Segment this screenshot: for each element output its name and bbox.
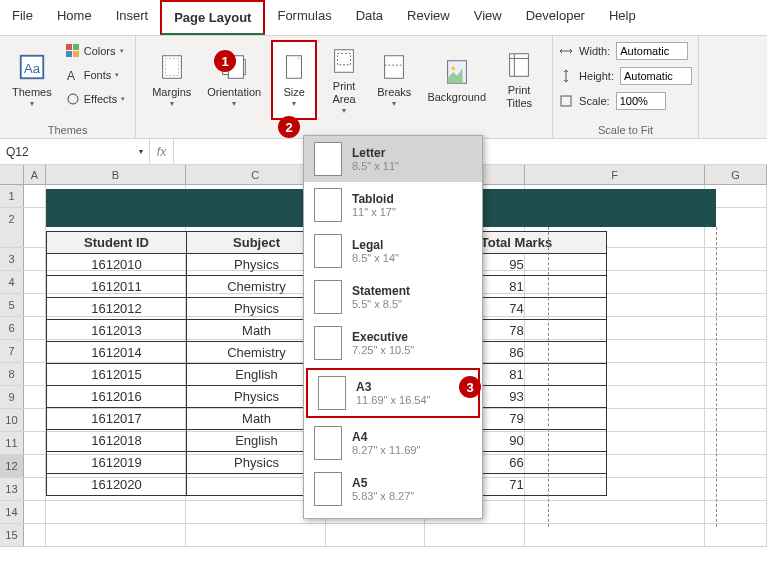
row-header[interactable]: 8 (0, 363, 24, 385)
cell[interactable] (186, 524, 326, 546)
row-header[interactable]: 2 (0, 208, 24, 247)
row-header[interactable]: 10 (0, 409, 24, 431)
cell[interactable] (705, 294, 767, 316)
cell[interactable] (24, 478, 46, 500)
size-option-tabloid[interactable]: Tabloid11" x 17" (304, 182, 482, 228)
cell[interactable] (46, 524, 186, 546)
tab-home[interactable]: Home (45, 0, 104, 35)
fx-icon[interactable]: fx (150, 139, 174, 164)
cell[interactable] (705, 432, 767, 454)
print-area-button[interactable]: PrintArea▾ (321, 40, 367, 120)
cell[interactable] (24, 501, 46, 523)
cell[interactable] (705, 524, 767, 546)
select-all[interactable] (0, 165, 24, 184)
row-header[interactable]: 15 (0, 524, 24, 546)
cell[interactable] (525, 501, 705, 523)
data-cell[interactable]: 1612018 (47, 430, 187, 452)
row-header[interactable]: 7 (0, 340, 24, 362)
data-cell[interactable]: 1612019 (47, 452, 187, 474)
row-header[interactable]: 11 (0, 432, 24, 454)
cell[interactable] (705, 501, 767, 523)
tab-page-layout[interactable]: Page Layout (160, 0, 265, 35)
cell[interactable] (705, 386, 767, 408)
size-option-statement[interactable]: Statement5.5" x 8.5" (304, 274, 482, 320)
colors-button[interactable]: Colors▾ (62, 40, 129, 62)
tab-view[interactable]: View (462, 0, 514, 35)
cell[interactable] (326, 524, 426, 546)
cell[interactable] (705, 455, 767, 477)
row-header[interactable]: 1 (0, 185, 24, 207)
size-option-a4[interactable]: A48.27" x 11.69" (304, 420, 482, 466)
size-option-executive[interactable]: Executive7.25" x 10.5" (304, 320, 482, 366)
cell[interactable] (24, 363, 46, 385)
height-input[interactable] (620, 67, 692, 85)
width-input[interactable] (616, 42, 688, 60)
col-header-F[interactable]: F (525, 165, 705, 184)
row-header[interactable]: 9 (0, 386, 24, 408)
row-header[interactable]: 5 (0, 294, 24, 316)
row-header[interactable]: 14 (0, 501, 24, 523)
data-cell[interactable]: 1612012 (47, 298, 187, 320)
data-cell[interactable]: 1612010 (47, 254, 187, 276)
tab-data[interactable]: Data (344, 0, 395, 35)
tab-developer[interactable]: Developer (514, 0, 597, 35)
margins-button[interactable]: Margins▾ (146, 40, 197, 120)
row-header[interactable]: 12 (0, 455, 24, 477)
size-option-a3[interactable]: A311.69" x 16.54" (306, 368, 480, 418)
tab-review[interactable]: Review (395, 0, 462, 35)
name-box[interactable]: Q12 ▾ (0, 139, 150, 164)
row-header[interactable]: 13 (0, 478, 24, 500)
size-button[interactable]: Size▾ (271, 40, 317, 120)
print-titles-button[interactable]: PrintTitles (496, 40, 542, 120)
cell[interactable] (24, 455, 46, 477)
cell[interactable] (24, 386, 46, 408)
cell[interactable] (705, 340, 767, 362)
scale-input[interactable] (616, 92, 666, 110)
cell[interactable] (425, 524, 525, 546)
data-cell[interactable]: 1612011 (47, 276, 187, 298)
data-cell[interactable]: 1612013 (47, 320, 187, 342)
tab-insert[interactable]: Insert (104, 0, 161, 35)
cell[interactable] (24, 208, 46, 247)
col-header-A[interactable]: A (24, 165, 46, 184)
cell[interactable] (24, 317, 46, 339)
background-button[interactable]: Background (421, 40, 492, 120)
data-cell[interactable]: 1612014 (47, 342, 187, 364)
col-header-G[interactable]: G (705, 165, 767, 184)
data-cell[interactable]: 1612016 (47, 386, 187, 408)
cell[interactable] (24, 340, 46, 362)
cell[interactable] (525, 524, 705, 546)
row-header[interactable]: 6 (0, 317, 24, 339)
cell[interactable] (24, 432, 46, 454)
cell[interactable] (24, 271, 46, 293)
cell[interactable] (24, 185, 46, 207)
row-header[interactable]: 4 (0, 271, 24, 293)
row-header[interactable]: 3 (0, 248, 24, 270)
col-header-B[interactable]: B (46, 165, 186, 184)
data-cell[interactable]: 1612020 (47, 474, 187, 496)
fonts-button[interactable]: A Fonts▾ (62, 64, 129, 86)
cell[interactable] (705, 271, 767, 293)
cell[interactable] (705, 363, 767, 385)
orientation-button[interactable]: Orientation▾ (201, 40, 267, 120)
tab-file[interactable]: File (0, 0, 45, 35)
cell[interactable] (24, 294, 46, 316)
size-option-a5[interactable]: A55.83" x 8.27" (304, 466, 482, 512)
effects-button[interactable]: Effects▾ (62, 88, 129, 110)
cell[interactable] (24, 409, 46, 431)
data-cell[interactable]: 1612015 (47, 364, 187, 386)
tab-formulas[interactable]: Formulas (265, 0, 343, 35)
cell[interactable] (46, 501, 186, 523)
cell[interactable] (705, 248, 767, 270)
cell[interactable] (24, 248, 46, 270)
tab-help[interactable]: Help (597, 0, 648, 35)
cell[interactable] (705, 317, 767, 339)
cell[interactable] (705, 478, 767, 500)
cell[interactable] (24, 524, 46, 546)
size-option-legal[interactable]: Legal8.5" x 14" (304, 228, 482, 274)
themes-button[interactable]: Aa Themes ▾ (6, 40, 58, 120)
breaks-button[interactable]: Breaks▾ (371, 40, 417, 120)
size-option-letter[interactable]: Letter8.5" x 11" (304, 136, 482, 182)
cell[interactable] (705, 409, 767, 431)
data-cell[interactable]: 1612017 (47, 408, 187, 430)
